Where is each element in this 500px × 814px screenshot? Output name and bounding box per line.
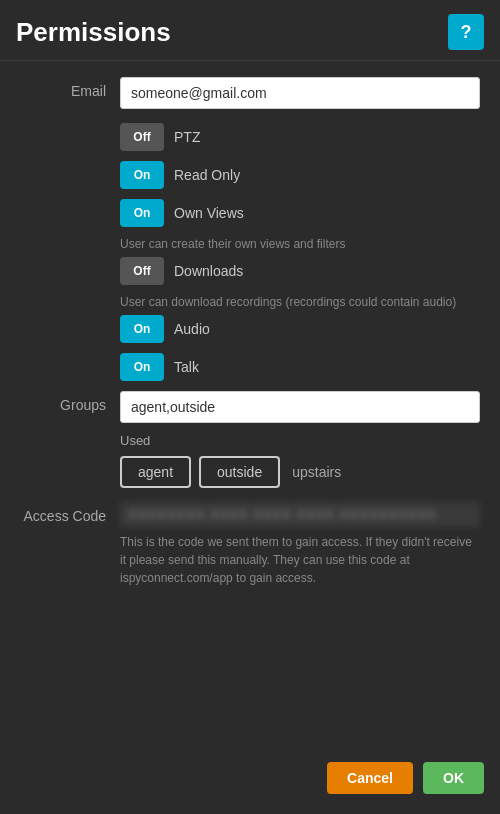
toggle-row-read-only: On Read Only: [120, 161, 480, 189]
tag-agent[interactable]: agent: [120, 456, 191, 488]
toggle-talk-label: Talk: [174, 359, 199, 375]
access-code-control: XXXXXXXX XXXX XXXX XXXX XXXXXXXXXX This …: [120, 502, 480, 587]
header: Permissions ?: [0, 0, 500, 61]
toggle-row-audio: On Audio: [120, 315, 480, 343]
toggle-group-own-views: On Own Views User can create their own v…: [120, 199, 480, 251]
groups-row: Groups Used agent outside upstairs: [20, 391, 480, 488]
toggle-own-views-button[interactable]: On: [120, 199, 164, 227]
toggle-row-talk: On Talk: [120, 353, 480, 381]
toggles-section: Off PTZ On Read Only On Own Views User c…: [120, 123, 480, 381]
toggle-read-only-label: Read Only: [174, 167, 240, 183]
footer: Cancel OK: [327, 762, 484, 794]
toggle-downloads-label: Downloads: [174, 263, 243, 279]
toggle-row-downloads: Off Downloads: [120, 257, 480, 285]
email-input[interactable]: [120, 77, 480, 109]
tags-row: agent outside upstairs: [120, 456, 480, 488]
toggle-read-only-button[interactable]: On: [120, 161, 164, 189]
ok-button[interactable]: OK: [423, 762, 484, 794]
toggle-downloads-button[interactable]: Off: [120, 257, 164, 285]
email-row: Email: [20, 77, 480, 109]
tag-outside[interactable]: outside: [199, 456, 280, 488]
toggle-group-downloads: Off Downloads User can download recordin…: [120, 257, 480, 309]
access-code-label: Access Code: [20, 502, 120, 524]
toggle-ptz-label: PTZ: [174, 129, 200, 145]
email-control: [120, 77, 480, 109]
toggle-talk-button[interactable]: On: [120, 353, 164, 381]
toggle-row-own-views: On Own Views: [120, 199, 480, 227]
access-code-row: Access Code XXXXXXXX XXXX XXXX XXXX XXXX…: [20, 502, 480, 587]
groups-input[interactable]: [120, 391, 480, 423]
toggle-audio-button[interactable]: On: [120, 315, 164, 343]
access-code-value: XXXXXXXX XXXX XXXX XXXX XXXXXXXXXX: [120, 502, 480, 527]
page-title: Permissions: [16, 17, 171, 48]
content: Email Off PTZ On Read Only On Own Views …: [0, 61, 500, 617]
email-label: Email: [20, 77, 120, 99]
toggle-audio-label: Audio: [174, 321, 210, 337]
toggle-own-views-label: Own Views: [174, 205, 244, 221]
tag-upstairs: upstairs: [288, 458, 345, 486]
cancel-button[interactable]: Cancel: [327, 762, 413, 794]
access-code-desc: This is the code we sent them to gain ac…: [120, 533, 480, 587]
groups-control: Used agent outside upstairs: [120, 391, 480, 488]
toggle-row-ptz: Off PTZ: [120, 123, 480, 151]
toggle-ptz-button[interactable]: Off: [120, 123, 164, 151]
groups-label: Groups: [20, 391, 120, 413]
used-label: Used: [120, 433, 480, 448]
toggle-downloads-desc: User can download recordings (recordings…: [120, 295, 480, 309]
toggle-own-views-desc: User can create their own views and filt…: [120, 237, 480, 251]
help-button[interactable]: ?: [448, 14, 484, 50]
